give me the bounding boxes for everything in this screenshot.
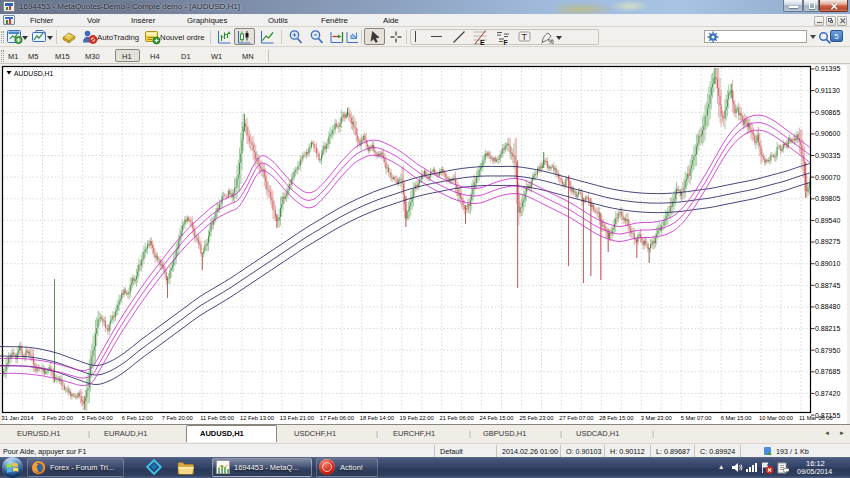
svg-text:0.87950: 0.87950 xyxy=(815,347,840,354)
svg-text:12 Feb 13:00: 12 Feb 13:00 xyxy=(240,415,274,421)
svg-text:0.90600: 0.90600 xyxy=(815,130,840,137)
svg-text:0.89010: 0.89010 xyxy=(815,260,840,267)
svg-text:21 Feb 06:00: 21 Feb 06:00 xyxy=(440,415,474,421)
svg-text:0.89540: 0.89540 xyxy=(815,217,840,224)
svg-text:19 Feb 22:00: 19 Feb 22:00 xyxy=(400,415,434,421)
svg-text:0.91395: 0.91395 xyxy=(815,65,840,72)
svg-text:18 Feb 14:00: 18 Feb 14:00 xyxy=(360,415,394,421)
svg-text:0.87685: 0.87685 xyxy=(815,368,840,375)
svg-text:0.90865: 0.90865 xyxy=(815,109,840,116)
svg-text:3 Mar 23:00: 3 Mar 23:00 xyxy=(641,415,672,421)
svg-text:27 Feb 07:00: 27 Feb 07:00 xyxy=(559,415,593,421)
svg-text:10 Mar 00:00: 10 Mar 00:00 xyxy=(759,415,793,421)
svg-text:6 Feb 12:00: 6 Feb 12:00 xyxy=(122,415,153,421)
svg-text:5 Mar 07:00: 5 Mar 07:00 xyxy=(681,415,712,421)
svg-text:F: F xyxy=(504,39,509,46)
svg-text:11 Feb 05:00: 11 Feb 05:00 xyxy=(200,415,234,421)
svg-text:T: T xyxy=(522,32,528,42)
svg-text:17 Feb 06:00: 17 Feb 06:00 xyxy=(320,415,354,421)
svg-text:%: % xyxy=(548,38,554,45)
svg-text:0.90070: 0.90070 xyxy=(815,174,840,181)
svg-text:0.88480: 0.88480 xyxy=(815,303,840,310)
svg-text:25 Feb 23:00: 25 Feb 23:00 xyxy=(519,415,553,421)
svg-text:7 Feb 20:00: 7 Feb 20:00 xyxy=(162,415,193,421)
svg-text:5 Feb 04:00: 5 Feb 04:00 xyxy=(82,415,113,421)
svg-text:24 Feb 15:00: 24 Feb 15:00 xyxy=(479,415,513,421)
svg-text:0.90335: 0.90335 xyxy=(815,152,840,159)
svg-text:11 Mar 00:00: 11 Mar 00:00 xyxy=(799,415,833,421)
svg-text:6 Mar 15:00: 6 Mar 15:00 xyxy=(721,415,752,421)
svg-text:0.91130: 0.91130 xyxy=(815,87,840,94)
svg-text:3 Feb 20:00: 3 Feb 20:00 xyxy=(42,415,73,421)
svg-text:0.89275: 0.89275 xyxy=(815,238,840,245)
svg-text:0.88745: 0.88745 xyxy=(815,282,840,289)
svg-text:0.88215: 0.88215 xyxy=(815,325,840,332)
svg-text:13 Feb 21:00: 13 Feb 21:00 xyxy=(280,415,314,421)
svg-text:AUDUSD,H1: AUDUSD,H1 xyxy=(14,70,53,77)
svg-text:0.87420: 0.87420 xyxy=(815,390,840,397)
svg-text:E: E xyxy=(480,39,485,46)
svg-text:0.89805: 0.89805 xyxy=(815,195,840,202)
svg-text:28 Feb 15:00: 28 Feb 15:00 xyxy=(599,415,633,421)
svg-text:31 Jan 2014: 31 Jan 2014 xyxy=(2,415,35,421)
